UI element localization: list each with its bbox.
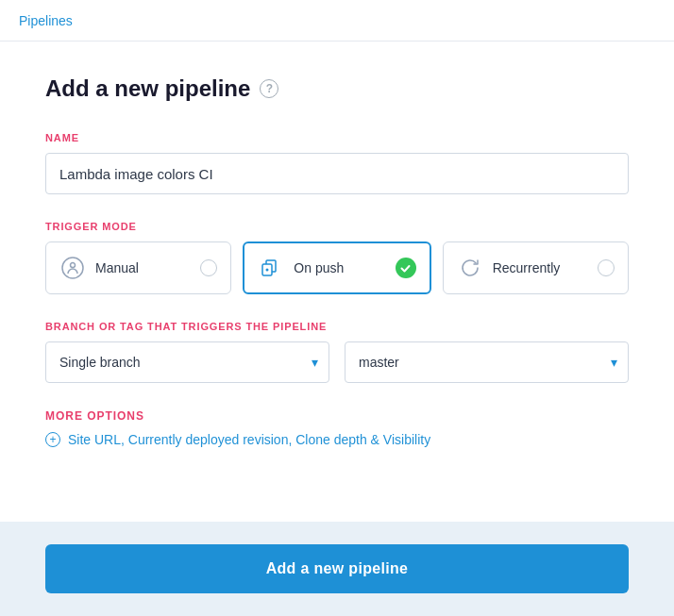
footer: Add a new pipeline	[0, 522, 674, 616]
trigger-option-recurrently[interactable]: Recurrently	[443, 241, 629, 294]
on-push-label: On push	[294, 260, 344, 275]
branch-type-select[interactable]: Single branch All branches Wildcard Tag	[45, 341, 329, 383]
branch-row: Single branch All branches Wildcard Tag …	[45, 341, 629, 383]
more-options-label: MORE OPTIONS	[45, 409, 629, 423]
more-options-link[interactable]: + Site URL, Currently deployed revision,…	[45, 432, 629, 447]
page-header: Add a new pipeline ?	[45, 75, 629, 102]
trigger-option-manual[interactable]: Manual	[45, 241, 231, 294]
svg-point-1	[71, 263, 76, 268]
breadcrumb-pipelines[interactable]: Pipelines	[19, 13, 73, 28]
more-options-link-text: Site URL, Currently deployed revision, C…	[68, 432, 430, 447]
more-options-section: MORE OPTIONS + Site URL, Currently deplo…	[45, 409, 629, 447]
name-input[interactable]	[45, 153, 629, 194]
main-window: Pipelines Add a new pipeline ? NAME TRIG…	[0, 0, 674, 616]
name-label: NAME	[45, 132, 629, 143]
on-push-icon	[258, 255, 284, 281]
branch-name-wrapper: master main develop staging ▾	[345, 341, 629, 383]
help-icon[interactable]: ?	[260, 79, 278, 98]
on-push-check	[396, 258, 416, 278]
manual-label: Manual	[95, 260, 139, 275]
name-section: NAME	[45, 132, 629, 194]
trigger-label: TRIGGER MODE	[45, 221, 629, 232]
branch-name-select[interactable]: master main develop staging	[345, 341, 629, 383]
trigger-section: TRIGGER MODE Manual	[45, 221, 629, 294]
content-area: Add a new pipeline ? NAME TRIGGER MODE	[0, 42, 674, 484]
plus-icon: +	[45, 432, 60, 447]
svg-point-3	[266, 269, 269, 272]
page-title: Add a new pipeline	[45, 75, 250, 102]
branch-section: BRANCH OR TAG THAT TRIGGERS THE PIPELINE…	[45, 321, 629, 383]
recurrently-icon	[457, 255, 483, 281]
recurrently-radio[interactable]	[598, 259, 615, 276]
recurrently-label: Recurrently	[493, 260, 561, 275]
branch-label: BRANCH OR TAG THAT TRIGGERS THE PIPELINE	[45, 321, 629, 332]
trigger-options: Manual On push	[45, 241, 629, 294]
submit-button[interactable]: Add a new pipeline	[45, 544, 629, 593]
manual-icon	[59, 255, 86, 281]
manual-radio[interactable]	[200, 259, 217, 276]
top-bar: Pipelines	[0, 0, 674, 42]
branch-type-wrapper: Single branch All branches Wildcard Tag …	[45, 341, 329, 383]
trigger-option-on-push[interactable]: On push	[243, 241, 430, 294]
